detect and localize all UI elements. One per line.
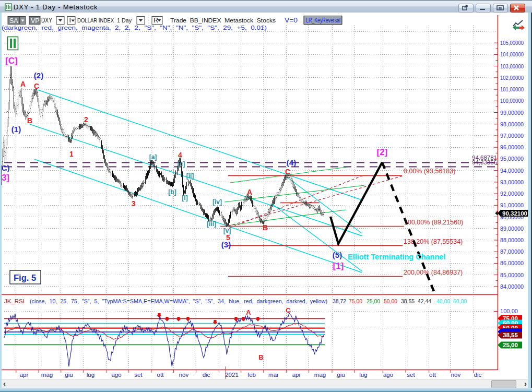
svg-text:(1): (1) bbox=[11, 125, 21, 134]
svg-text:C: C bbox=[286, 306, 291, 314]
svg-text:mag: mag bbox=[314, 372, 326, 378]
svg-text:apr: apr bbox=[20, 372, 29, 378]
svg-text:4: 4 bbox=[178, 151, 182, 159]
svg-text:138,20% (87,55534): 138,20% (87,55534) bbox=[404, 238, 463, 245]
svg-text:dic: dic bbox=[203, 372, 210, 378]
svg-text:lug: lug bbox=[359, 372, 367, 378]
svg-text:set: set bbox=[407, 372, 415, 378]
svg-text:C: C bbox=[34, 82, 39, 90]
svg-text:50,00: 50,00 bbox=[384, 298, 397, 304]
svg-text:88,00000: 88,00000 bbox=[500, 237, 524, 243]
svg-text:feb: feb bbox=[247, 372, 256, 378]
svg-text:ago: ago bbox=[383, 372, 393, 378]
svg-text:84,00000: 84,00000 bbox=[500, 283, 524, 290]
svg-text:96,00000: 96,00000 bbox=[500, 144, 524, 150]
svg-text:94,00000: 94,00000 bbox=[500, 168, 524, 174]
svg-text:[1]: [1] bbox=[333, 261, 344, 271]
svg-text:38,55: 38,55 bbox=[401, 298, 415, 304]
svg-text:25,00: 25,00 bbox=[503, 342, 518, 348]
svg-text:[2]: [2] bbox=[377, 147, 388, 157]
svg-text:5: 5 bbox=[226, 233, 230, 242]
svg-text:giu: giu bbox=[65, 372, 73, 378]
svg-text:100,00% (89,21560): 100,00% (89,21560) bbox=[404, 219, 463, 226]
svg-text:giu: giu bbox=[337, 372, 345, 378]
svg-text:(close, 10, 25, 75, "S",: (close, 10, 25, 75, "S", 5, "TypMA:S=SMA… bbox=[30, 298, 327, 304]
svg-text:nov: nov bbox=[451, 372, 461, 378]
svg-text:104,00000: 104,00000 bbox=[500, 51, 524, 57]
svg-text:101,00000: 101,00000 bbox=[500, 86, 524, 92]
svg-text:38,72: 38,72 bbox=[333, 298, 346, 304]
svg-text:[v]: [v] bbox=[223, 227, 231, 234]
svg-text:ott: ott bbox=[429, 372, 436, 378]
svg-text:1: 1 bbox=[69, 150, 74, 158]
svg-text:[c]: [c] bbox=[178, 160, 185, 168]
svg-text:A: A bbox=[247, 188, 252, 196]
svg-text:Trade BB_INDEX Metastock St: Trade BB_INDEX Metastock Stocks bbox=[170, 17, 276, 23]
svg-text:89,00000: 89,00000 bbox=[500, 225, 524, 232]
svg-text:V=0: V=0 bbox=[285, 17, 298, 24]
svg-text:40,00: 40,00 bbox=[436, 298, 450, 304]
svg-text:[a]: [a] bbox=[149, 153, 157, 161]
svg-text:(4): (4) bbox=[287, 158, 296, 167]
svg-text:SA: SA bbox=[9, 17, 18, 25]
svg-text:97,00000: 97,00000 bbox=[500, 133, 524, 139]
svg-text:mag: mag bbox=[41, 372, 53, 378]
svg-text:set: set bbox=[134, 372, 143, 378]
svg-text:A: A bbox=[20, 80, 26, 88]
svg-text:C: C bbox=[285, 168, 290, 176]
svg-text:A: A bbox=[246, 308, 251, 316]
svg-text:dic: dic bbox=[474, 372, 482, 378]
svg-text:25,00: 25,00 bbox=[367, 298, 380, 304]
svg-text:3: 3 bbox=[132, 199, 136, 208]
svg-text:apr: apr bbox=[292, 372, 301, 378]
svg-text:[iii]: [iii] bbox=[207, 220, 216, 228]
svg-text:94,33356: 94,33356 bbox=[472, 159, 497, 165]
svg-text:Elliott Terminating Channel: Elliott Terminating Channel bbox=[348, 253, 445, 261]
svg-text:60,00: 60,00 bbox=[453, 298, 467, 304]
svg-text:92,00000: 92,00000 bbox=[500, 191, 524, 197]
svg-text:(2): (2) bbox=[34, 71, 43, 80]
svg-text:B: B bbox=[27, 116, 32, 125]
svg-text:75,00: 75,00 bbox=[349, 298, 362, 304]
svg-text:99,00000: 99,00000 bbox=[500, 110, 524, 116]
svg-text:86,00000: 86,00000 bbox=[500, 260, 524, 266]
svg-text:(5): (5) bbox=[333, 251, 342, 259]
svg-text:100,00: 100,00 bbox=[500, 308, 518, 314]
svg-text:LR_KeyReversal: LR_KeyReversal bbox=[306, 17, 340, 24]
svg-text:98,00000: 98,00000 bbox=[500, 121, 524, 127]
svg-text:B: B bbox=[263, 223, 268, 232]
svg-text:nov: nov bbox=[179, 372, 189, 378]
svg-text:103,00000: 103,00000 bbox=[500, 63, 524, 69]
svg-text:VP: VP bbox=[31, 17, 40, 25]
svg-text:Fig. 5: Fig. 5 bbox=[14, 273, 36, 282]
svg-text:[i]: [i] bbox=[182, 194, 187, 201]
svg-text:85,00000: 85,00000 bbox=[500, 272, 524, 278]
svg-text:ago: ago bbox=[111, 372, 121, 378]
svg-text:100,00000: 100,00000 bbox=[500, 98, 524, 104]
svg-text:102,00000: 102,00000 bbox=[500, 75, 524, 81]
svg-text:0,00% (93,56183): 0,00% (93,56183) bbox=[404, 168, 455, 175]
svg-text:mar: mar bbox=[268, 372, 279, 378]
svg-text:DOLLAR INDEX: DOLLAR INDEX bbox=[77, 17, 114, 23]
svg-text:[ii]: [ii] bbox=[186, 172, 194, 180]
svg-text:90,32100: 90,32100 bbox=[502, 210, 527, 217]
svg-text:B: B bbox=[258, 353, 263, 361]
svg-text:ott: ott bbox=[157, 372, 164, 378]
svg-text:[b]: [b] bbox=[168, 188, 176, 196]
svg-text:DXY: DXY bbox=[41, 17, 52, 24]
svg-text:(darkgreen, red, green, mag: (darkgreen, red, green, magenta, 2, 2, 2… bbox=[2, 25, 267, 31]
svg-text:105,00000: 105,00000 bbox=[500, 40, 524, 46]
svg-text:200,00% (84,86937): 200,00% (84,86937) bbox=[404, 269, 463, 276]
svg-text:95,00000: 95,00000 bbox=[500, 156, 524, 162]
svg-text:2: 2 bbox=[84, 115, 88, 124]
svg-text:38,55: 38,55 bbox=[503, 332, 518, 338]
svg-text:2021: 2021 bbox=[225, 372, 239, 378]
svg-text:R: R bbox=[153, 17, 158, 24]
svg-text:91,00000: 91,00000 bbox=[500, 202, 524, 208]
svg-text:I: I bbox=[69, 17, 71, 24]
svg-text:lug: lug bbox=[87, 372, 94, 378]
svg-text:[iv]: [iv] bbox=[212, 198, 222, 206]
svg-text:42,44: 42,44 bbox=[418, 298, 432, 304]
svg-text:93,00000: 93,00000 bbox=[500, 179, 524, 185]
svg-text:JK_RSI: JK_RSI bbox=[4, 298, 25, 304]
